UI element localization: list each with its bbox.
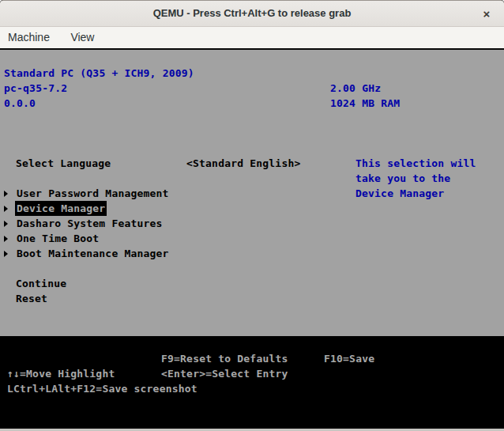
ram-size: 1024 MB RAM	[330, 96, 400, 111]
menu-machine[interactable]: Machine	[8, 27, 50, 48]
hint-save-screenshot: LCtrl+LAlt+F12=Save screenshot	[7, 381, 197, 396]
reset-action[interactable]: Reset	[16, 291, 47, 306]
select-language-label: Select Language	[16, 156, 111, 171]
firmware-setup-screen: Standard PC (Q35 + ICH9, 2009) pc-q35-7.…	[0, 50, 504, 429]
hint-save: F10=Save	[324, 351, 374, 366]
title-bar: QEMU - Press Ctrl+Alt+G to release grab …	[0, 0, 504, 27]
submenu-arrow-icon	[4, 206, 8, 212]
selected-menu-item-label: Device Manager	[15, 201, 107, 216]
firmware-build: 0.0.0	[4, 96, 36, 111]
hint-reset-defaults: F9=Reset to Defaults	[161, 351, 288, 366]
menu-item-user-password-management[interactable]: User Password Management	[0, 186, 504, 201]
submenu-arrow-icon	[4, 221, 8, 227]
menu-item-boot-maintenance-manager[interactable]: Boot Maintenance Manager	[0, 246, 504, 261]
menu-item-dasharo-system-features[interactable]: Dasharo System Features	[0, 216, 504, 231]
menu-bar: Machine View	[0, 27, 504, 48]
menu-view[interactable]: View	[70, 27, 94, 48]
select-language-value[interactable]: <Standard English>	[186, 156, 300, 171]
qemu-window: QEMU - Press Ctrl+Alt+G to release grab …	[0, 0, 504, 431]
submenu-arrow-icon	[4, 191, 8, 197]
help-text-line: take you to the	[355, 171, 450, 186]
help-text-line: This selection will	[355, 156, 476, 171]
window-title: QEMU - Press Ctrl+Alt+G to release grab	[0, 7, 504, 19]
platform-name: Standard PC (Q35 + ICH9, 2009)	[4, 66, 194, 81]
submenu-arrow-icon	[4, 251, 8, 257]
cpu-speed: 2.00 GHz	[330, 81, 381, 96]
firmware-version: pc-q35-7.2	[4, 81, 67, 96]
menu-item-one-time-boot[interactable]: One Time Boot	[0, 231, 504, 246]
submenu-arrow-icon	[4, 236, 8, 242]
continue-action[interactable]: Continue	[16, 276, 66, 291]
menu-item-device-manager[interactable]: Device Manager	[0, 201, 504, 216]
close-icon[interactable]: ×	[477, 5, 496, 24]
hint-move-highlight: ↑↓=Move Highlight	[7, 366, 115, 381]
hint-select-entry: <Enter>=Select Entry	[161, 366, 288, 381]
